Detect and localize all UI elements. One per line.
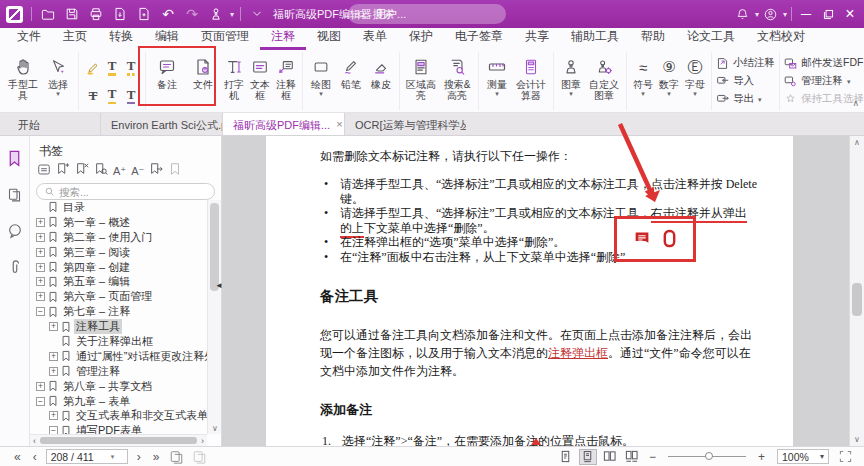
zoom-caret-icon[interactable]: ▾ [820, 452, 824, 461]
find-bookmark-icon[interactable] [94, 162, 108, 180]
next-bookmark-icon[interactable] [149, 162, 163, 180]
document-tab-3[interactable]: OCR[运筹与管理科学丛... [344, 113, 466, 135]
scroll-right-icon[interactable]: › [201, 436, 204, 446]
account-avatar-icon[interactable] [761, 4, 781, 24]
quick-stamp-caret-icon[interactable]: ▾ [230, 10, 234, 19]
bookmark-tree-item[interactable]: 目录 [30, 200, 207, 215]
pages-panel-icon[interactable] [7, 187, 22, 207]
prev-page-button[interactable]: ‹ [27, 450, 43, 464]
tree-expander-icon[interactable]: − [36, 397, 45, 406]
bookmark-tree-item[interactable]: +第四章 – 创建 [30, 260, 207, 275]
document-tab-2-active[interactable]: 福昕高级PDF编辑... × [222, 113, 344, 135]
account-caret-icon[interactable]: ▾ [783, 10, 787, 19]
redo-button[interactable]: ↷ [182, 4, 202, 24]
panel-vertical-scrollbar[interactable]: ∨ [207, 200, 221, 434]
save-button[interactable] [62, 4, 82, 24]
document-tab-1[interactable]: Environ Earth Sci公式.p... [100, 113, 222, 135]
menu-tab-7[interactable]: 表单 [352, 25, 398, 50]
menu-tab-2[interactable]: 转换 [98, 25, 144, 50]
menu-tab-11[interactable]: 辅助工具 [560, 25, 630, 50]
notifications-bell-icon[interactable] [733, 4, 753, 24]
bookmark-tree-item[interactable]: +第三章 – 阅读 [30, 245, 207, 260]
menu-tab-9[interactable]: 电子签章 [444, 25, 514, 50]
bookmarks-panel-icon[interactable] [7, 150, 22, 171]
menu-tab-0[interactable]: 文件 [6, 25, 52, 50]
summarize-comments-button[interactable]: 小结注释 [716, 55, 775, 71]
next-page-button[interactable]: › [131, 450, 147, 464]
tree-expander-icon[interactable]: + [36, 292, 45, 301]
measure-button[interactable]: 测量 ▾ [482, 53, 512, 97]
bookmark-tree-item[interactable]: +第二章 – 使用入门 [30, 230, 207, 245]
collapse-panel-handle[interactable]: ◄ [215, 281, 223, 290]
zoom-level-box[interactable]: 100% ▾ [777, 449, 829, 464]
tree-expander-icon[interactable]: + [49, 367, 58, 376]
symbol-button[interactable]: ≈ 符号 ▾ [630, 53, 656, 97]
start-tab[interactable]: 开始 [0, 113, 58, 135]
select-annotation-button[interactable]: 选择 ▾ [41, 53, 75, 97]
add-bookmark-icon[interactable] [56, 162, 70, 180]
create-pdf-button[interactable] [134, 4, 154, 24]
accounting-calculator-button[interactable]: 会计计算器 [512, 53, 550, 101]
menu-tab-4[interactable]: 页面管理 [190, 25, 260, 50]
single-page-view-icon[interactable] [557, 449, 575, 465]
minimize-button[interactable]: ─ [796, 4, 816, 24]
eraser-button[interactable]: 橡皮 [366, 53, 396, 90]
tree-expander-icon[interactable]: + [36, 218, 45, 227]
typewriter-button[interactable]: 打字机 [221, 53, 247, 101]
scroll-left-icon[interactable]: ‹ [33, 436, 36, 446]
textbox-button[interactable]: 文本框 [247, 53, 273, 101]
page-number-box[interactable]: ▾ [46, 449, 128, 464]
tree-expander-icon[interactable]: + [49, 411, 58, 420]
panel-horizontal-scrollbar[interactable]: ‹ › [30, 434, 207, 446]
strikeout-text-icon[interactable]: T [89, 89, 98, 103]
menu-tab-5[interactable]: 注释 [260, 25, 306, 50]
notifications-caret-icon[interactable]: ▾ [755, 10, 759, 19]
draw-shapes-button[interactable]: 绘图 ▾ [306, 53, 336, 97]
tree-expander-icon[interactable]: + [36, 248, 45, 257]
zoom-in-button[interactable]: + [752, 450, 771, 464]
export-comments-button[interactable]: 导出 ▾ [716, 91, 762, 107]
quick-stamp-button[interactable] [206, 4, 226, 24]
bookmark-options-icon[interactable] [37, 162, 51, 180]
previous-view-icon[interactable] [169, 450, 184, 464]
bookmark-search-box[interactable] [36, 183, 215, 200]
squiggly-underline-icon[interactable]: T [127, 59, 136, 76]
file-attachment-button[interactable]: 文件 [185, 53, 221, 90]
underline-text-icon[interactable]: T [108, 87, 117, 104]
note-comment-button[interactable]: 备注 [149, 53, 185, 90]
highlighter-pen-icon[interactable] [85, 56, 101, 80]
pencil-button[interactable]: 铅笔 [336, 53, 366, 90]
manage-comments-button[interactable]: 管理注释 ▾ [784, 73, 851, 89]
page-caret-icon[interactable]: ▾ [111, 453, 115, 461]
shrink-text-icon[interactable]: A⁻ [131, 165, 144, 177]
area-highlight-button[interactable]: 区域高亮 [403, 53, 439, 101]
restore-window-button[interactable] [818, 4, 838, 24]
bookmark-tree-item[interactable]: −填写PDF表单 [30, 423, 207, 434]
tree-expander-icon[interactable]: + [36, 277, 45, 286]
menu-tab-1[interactable]: 主页 [52, 25, 98, 50]
zoom-slider-knob[interactable] [705, 452, 713, 460]
bookmark-tree-item[interactable]: +通过“属性”对话框更改注释外观 [30, 349, 207, 364]
facing-view-icon[interactable] [601, 449, 619, 465]
bookmark-search-input[interactable] [59, 186, 207, 198]
open-file-button[interactable] [38, 4, 58, 24]
fullscreen-icon[interactable] [839, 450, 852, 463]
bookmark-tree-item[interactable]: +第六章 – 页面管理 [30, 289, 207, 304]
document-vertical-scrollbar[interactable]: ∧ ∨ [849, 136, 864, 446]
scroll-up-icon[interactable]: ∧ [850, 138, 864, 147]
scrollbar-thumb[interactable] [40, 437, 197, 444]
zoom-out-button[interactable]: − [643, 450, 662, 464]
close-window-button[interactable]: × [840, 4, 860, 24]
scroll-down-icon[interactable]: ∨ [850, 435, 864, 444]
menu-tab-10[interactable]: 共享 [514, 25, 560, 50]
email-fdf-button[interactable]: 邮件发送FDF [784, 55, 863, 71]
delete-bookmark-icon[interactable] [75, 162, 89, 180]
tree-expander-icon[interactable]: + [36, 233, 45, 242]
bookmark-tree-item[interactable]: +管理注释 [30, 364, 207, 379]
search-and-highlight-button[interactable]: 搜索&高亮 [439, 53, 475, 101]
bookmark-tree-item[interactable]: +注释工具 [30, 319, 207, 334]
import-comments-button[interactable]: 导入 [716, 73, 754, 89]
menu-tab-14[interactable]: 文档校对 [746, 25, 816, 50]
export-pdf-button[interactable] [110, 4, 130, 24]
tree-expander-icon[interactable]: − [36, 307, 45, 316]
